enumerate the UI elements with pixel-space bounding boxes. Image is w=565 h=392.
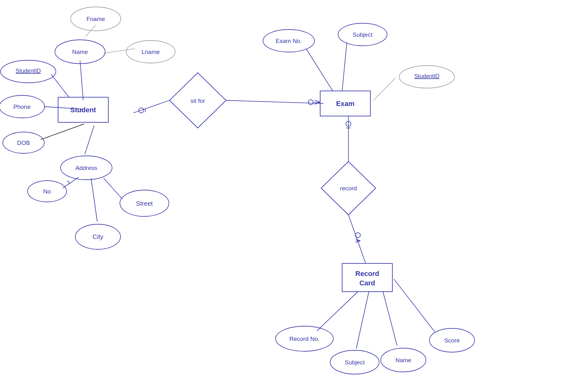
- attr-name-label: Name: [72, 49, 88, 55]
- crow-exam-1: [315, 100, 320, 102]
- line-subject-exam: [342, 42, 347, 91]
- entity-exam-label: Exam: [336, 100, 355, 108]
- attr-studentid2-label: StudentID: [414, 73, 439, 79]
- relationship-sitfor-label: sit for: [191, 98, 205, 104]
- line-rc-name: [383, 292, 397, 346]
- line-studentid-student: [51, 74, 69, 97]
- attr-subject-exam-label: Subject: [352, 31, 373, 38]
- line-rc-subject: [356, 292, 369, 349]
- line-name-student: [80, 61, 83, 100]
- attr-examno-label: Exam No.: [276, 38, 302, 44]
- line-address-student: [85, 125, 94, 154]
- line-studentid2-exam: [374, 78, 396, 100]
- line-dob-student: [41, 124, 84, 140]
- attr-phone-label: Phone: [13, 103, 31, 110]
- er-diagram: Student Exam Record Card sit for record …: [0, 0, 565, 392]
- attr-street-label: Street: [136, 200, 153, 207]
- attr-lname-label: Lname: [142, 49, 160, 55]
- entity-record-card-label2: Card: [359, 279, 375, 287]
- attr-name-rc-label: Name: [396, 357, 412, 363]
- line-lname-name: [104, 49, 135, 53]
- attr-dob-label: DOB: [17, 140, 30, 146]
- line-street-address: [104, 178, 122, 199]
- line-rc-recordno: [317, 292, 358, 331]
- line-examno-exam: [306, 49, 333, 91]
- attr-record-no-label: Record No.: [289, 336, 320, 342]
- relationship-record-label: record: [340, 185, 357, 192]
- attr-studentid-label: StudentID: [16, 68, 41, 74]
- entity-student-label: Student: [70, 106, 96, 114]
- attr-score-label: Score: [444, 337, 460, 344]
- attr-address-label: Address: [75, 165, 97, 171]
- line-city-address: [91, 178, 97, 222]
- tick-no-address: [67, 181, 70, 184]
- entity-record-card-label1: Record: [355, 270, 379, 278]
- line-record-recordcard: [348, 215, 366, 263]
- entity-record-card: [342, 263, 392, 292]
- zero-rc-top: [355, 233, 360, 238]
- zero-exam-side: [308, 100, 313, 105]
- attr-city-label: City: [93, 233, 103, 240]
- attr-no-label: No: [43, 188, 51, 195]
- attr-fname-label: Fname: [86, 16, 105, 22]
- line-rc-score: [394, 279, 435, 332]
- attr-subject-rc-label: Subject: [345, 359, 365, 366]
